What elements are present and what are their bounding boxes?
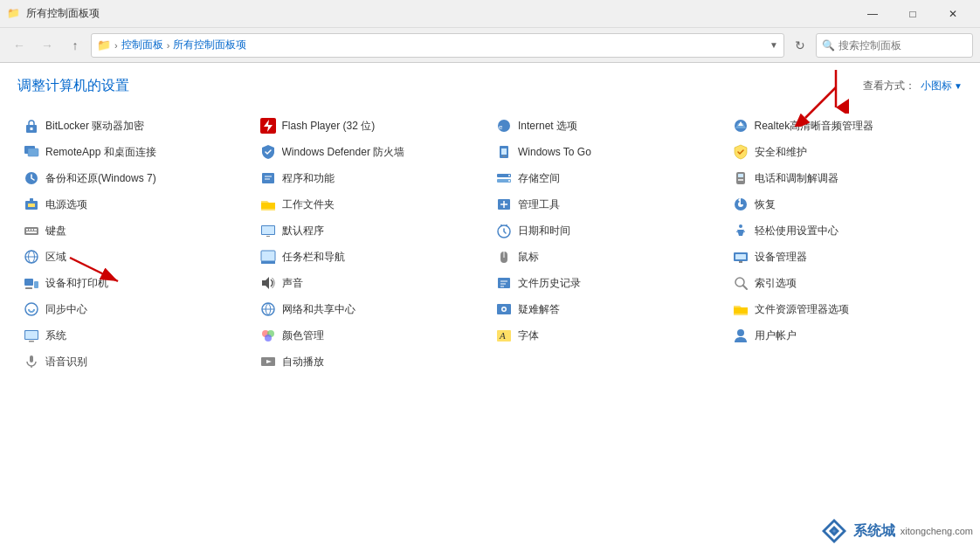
breadcrumb-sep-0: › (114, 40, 118, 51)
item-font[interactable]: A 字体 (490, 322, 727, 348)
item-defender[interactable]: Windows Defender 防火墙 (254, 139, 491, 165)
item-remoteapp[interactable]: RemoteApp 和桌面连接 (17, 139, 254, 165)
main-content: 调整计算机的设置 查看方式： 小图标 ▼ (0, 63, 980, 389)
item-power[interactable]: 电源选项 (17, 191, 254, 217)
network-label: 网络和共享中心 (282, 302, 355, 317)
svg-line-1 (805, 87, 836, 118)
item-windowstogo[interactable]: Windows To Go (490, 139, 727, 165)
windowstogo-icon (495, 143, 513, 161)
svg-line-81 (743, 286, 747, 289)
useraccount-icon (732, 327, 749, 344)
refresh-button[interactable]: ↻ (788, 33, 812, 58)
mouse-label: 鼠标 (518, 250, 539, 265)
autoplay-icon (259, 353, 277, 370)
item-autoplay[interactable]: 自动播放 (254, 348, 491, 375)
view-mode-button[interactable]: 小图标 ▼ (921, 79, 963, 93)
item-indexing[interactable]: 索引选项 (727, 270, 963, 296)
maximize-button[interactable]: □ (893, 0, 933, 28)
bitlocker-label: BitLocker 驱动器加密 (45, 119, 144, 134)
item-filehistory[interactable]: 文件历史记录 (490, 270, 727, 296)
item-useraccount[interactable]: 用户帐户 (727, 322, 963, 348)
title-bar-left: 📁 所有控制面板项 (7, 6, 100, 21)
svg-point-73 (742, 179, 743, 181)
item-keyboard[interactable]: 键盘 (17, 217, 254, 244)
item-taskbar[interactable]: 任务栏和导航 (254, 244, 491, 270)
item-defaults[interactable]: 默认程序 (254, 217, 491, 244)
item-datetime[interactable]: 日期和时间 (490, 217, 727, 244)
remoteapp-label: RemoteApp 和桌面连接 (45, 145, 156, 160)
svg-point-71 (738, 179, 740, 181)
item-security[interactable]: 安全和维护 (727, 139, 963, 165)
svg-rect-21 (25, 287, 32, 289)
item-programs[interactable]: 程序和功能 (254, 165, 491, 191)
filehistory-icon (495, 274, 513, 292)
svg-text:e: e (499, 123, 503, 131)
search-bar: 🔍 (816, 33, 973, 58)
svg-rect-36 (261, 251, 275, 261)
item-speech[interactable]: 语音识别 (17, 348, 254, 375)
svg-point-82 (737, 329, 744, 336)
item-storage[interactable]: 存储空间 (490, 165, 727, 191)
easyaccess-label: 轻松使用设置中心 (755, 224, 839, 238)
svg-text:A: A (499, 330, 506, 341)
svg-rect-49 (503, 155, 506, 157)
item-devmgr[interactable]: 设备管理器 (727, 244, 963, 270)
item-recovery[interactable]: 恢复 (727, 191, 963, 217)
internet-icon: e (495, 117, 513, 135)
breadcrumb-sep-1: › (167, 40, 170, 51)
svg-rect-37 (261, 261, 275, 264)
devices-label: 设备和打印机 (45, 276, 108, 291)
item-bitlocker[interactable]: BitLocker 驱动器加密 (17, 113, 254, 139)
windowstogo-label: Windows To Go (518, 146, 591, 158)
speech-label: 语音识别 (45, 355, 87, 369)
color-label: 颜色管理 (282, 328, 324, 343)
search-input[interactable] (839, 39, 967, 52)
up-button[interactable]: ↑ (63, 33, 87, 58)
svg-rect-5 (28, 148, 38, 156)
item-system[interactable]: 系统 (17, 322, 254, 348)
item-sound[interactable]: 声音 (254, 270, 491, 296)
item-region[interactable]: 区域 (17, 244, 254, 270)
item-troubleshoot[interactable]: 疑难解答 (490, 296, 727, 322)
mouse-icon (495, 248, 513, 266)
svg-point-22 (25, 303, 38, 315)
item-color[interactable]: 颜色管理 (254, 322, 491, 348)
breadcrumb-item-1[interactable]: 所有控制面板项 (173, 38, 246, 52)
item-fileexplorer[interactable]: 文件资源管理器选项 (727, 296, 963, 322)
minimize-button[interactable]: — (852, 0, 893, 28)
item-internet[interactable]: e Internet 选项 (490, 113, 727, 139)
item-flash[interactable]: Flash Player (32 位) (254, 113, 491, 139)
item-admtools[interactable]: 管理工具 (490, 191, 727, 217)
region-icon (23, 248, 40, 266)
watermark-text: 系统城 (853, 522, 895, 541)
forward-button[interactable]: → (35, 33, 59, 58)
workfolder-label: 工作文件夹 (282, 197, 335, 212)
item-workfolder[interactable]: 工作文件夹 (254, 191, 491, 217)
close-button[interactable]: ✕ (933, 0, 973, 28)
watermark: 系统城 xitongcheng.com (820, 517, 973, 545)
view-mode-dropdown-icon: ▼ (954, 81, 963, 91)
datetime-label: 日期和时间 (518, 224, 570, 238)
filehistory-label: 文件历史记录 (518, 276, 581, 291)
svg-rect-19 (24, 279, 33, 286)
storage-label: 存储空间 (518, 171, 560, 186)
breadcrumb-dropdown[interactable]: ▼ (770, 40, 778, 50)
item-mouse[interactable]: 鼠标 (490, 244, 727, 270)
back-button[interactable]: ← (7, 33, 31, 58)
devices-icon (23, 274, 40, 292)
font-label: 字体 (518, 328, 539, 343)
breadcrumb-item-0[interactable]: 控制面板 (121, 38, 163, 52)
view-mode-text: 小图标 (921, 79, 952, 93)
item-phonemodem[interactable]: 电话和调制解调器 (727, 165, 963, 191)
item-sync[interactable]: 同步中心 (17, 296, 254, 322)
sound-label: 声音 (282, 276, 303, 291)
item-network[interactable]: 网络和共享中心 (254, 296, 491, 322)
troubleshoot-label: 疑难解答 (518, 302, 560, 317)
taskbar-label: 任务栏和导航 (282, 250, 345, 265)
svg-marker-38 (262, 277, 269, 289)
svg-rect-24 (29, 341, 34, 342)
item-devices[interactable]: 设备和打印机 (17, 270, 254, 296)
item-easyaccess[interactable]: 轻松使用设置中心 (727, 217, 963, 244)
speech-icon (23, 353, 40, 370)
item-backup[interactable]: 备份和还原(Windows 7) (17, 165, 254, 191)
